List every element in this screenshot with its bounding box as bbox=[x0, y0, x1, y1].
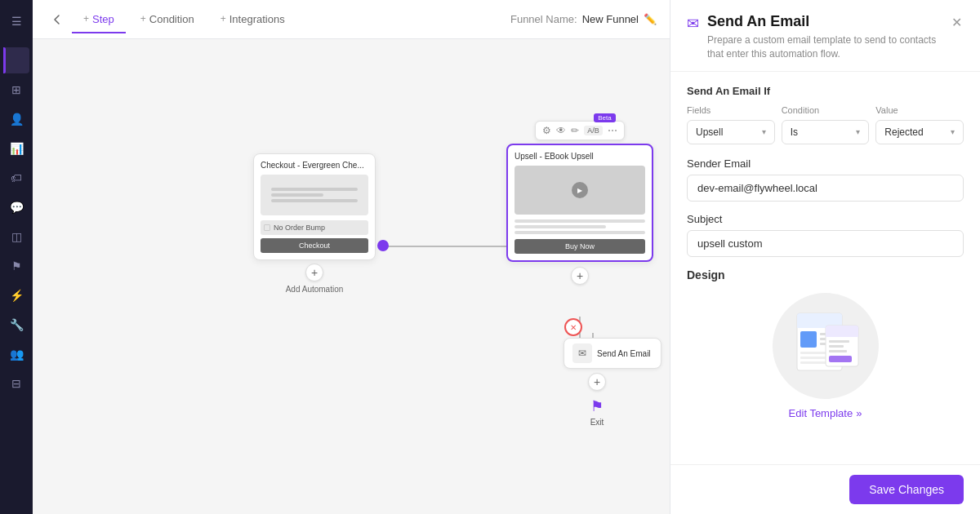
email-action-label: Send An Email bbox=[597, 349, 651, 358]
sidebar: ☰ ⊞ 👤 📊 🏷 💬 ◫ ⚑ ⚡ 🔧 👥 ⊟ bbox=[0, 0, 33, 514]
condition-chevron: ▾ bbox=[856, 127, 860, 136]
line1 bbox=[271, 188, 358, 191]
fields-chevron: ▾ bbox=[762, 127, 766, 136]
checkout-image bbox=[261, 175, 368, 215]
play-button[interactable]: ▶ bbox=[572, 182, 588, 198]
design-group: Design bbox=[687, 268, 964, 419]
template-preview: Edit Template » bbox=[687, 293, 964, 419]
upsell-add-btn[interactable]: + bbox=[571, 267, 589, 285]
fields-label: Fields bbox=[687, 105, 775, 115]
sender-email-group: Sender Email bbox=[687, 157, 964, 202]
checkout-title: Checkout - Evergreen Che... bbox=[261, 161, 368, 170]
email-add-btn[interactable]: + bbox=[588, 373, 606, 391]
email-icon-box: ✉ bbox=[572, 343, 592, 363]
value-col: Value Rejected ▾ bbox=[875, 105, 964, 144]
no-order-bump: No Order Bump bbox=[261, 220, 368, 235]
funnel-name-area: Funnel Name: New Funnel ✏️ bbox=[510, 13, 657, 25]
sidebar-users-icon[interactable]: 👥 bbox=[3, 341, 29, 367]
canvas-area: Checkout - Evergreen Che... No Order Bum… bbox=[33, 39, 670, 514]
edit-template-arrow: » bbox=[856, 407, 862, 419]
condition-grid: Fields Upsell ▾ Condition Is ▾ Value Rej… bbox=[687, 105, 964, 144]
svg-rect-8 bbox=[800, 357, 829, 359]
svg-rect-13 bbox=[829, 340, 849, 343]
sidebar-flag-icon[interactable]: ⚑ bbox=[3, 253, 29, 279]
more-icon[interactable]: ⋯ bbox=[608, 125, 617, 136]
tab-condition[interactable]: + Condition bbox=[129, 7, 206, 33]
send-if-title: Send An Email If bbox=[687, 85, 964, 97]
svg-rect-16 bbox=[829, 356, 852, 362]
design-label: Design bbox=[687, 268, 964, 281]
back-button[interactable] bbox=[46, 8, 69, 31]
top-nav: + Step + Condition + Integrations Funnel… bbox=[33, 0, 670, 39]
sidebar-hamburger[interactable]: ☰ bbox=[3, 8, 29, 34]
exit-area: + ⚑ Exit bbox=[588, 370, 606, 427]
panel-header: ✉ Send An Email Prepare a custom email t… bbox=[670, 0, 980, 72]
sidebar-chart-icon[interactable]: 📊 bbox=[3, 135, 29, 162]
value-select[interactable]: Rejected ▾ bbox=[875, 120, 964, 144]
sidebar-tag-icon[interactable]: 🏷 bbox=[3, 165, 29, 191]
condition-select[interactable]: Is ▾ bbox=[782, 120, 870, 144]
exit-label: Exit bbox=[590, 418, 604, 427]
connector-dot-left bbox=[377, 240, 389, 251]
main-content: + Step + Condition + Integrations Funnel… bbox=[33, 0, 670, 514]
exit-flag-icon: ⚑ bbox=[590, 397, 604, 415]
upsell-video: ▶ bbox=[514, 166, 645, 215]
tab-integrations[interactable]: + Integrations bbox=[209, 7, 296, 33]
uline3 bbox=[514, 231, 645, 234]
value-chevron: ▾ bbox=[951, 127, 955, 136]
funnel-label: Funnel Name: bbox=[510, 13, 577, 25]
upsell-controls: Beta ⚙ 👁 ✏ A/B ⋯ bbox=[535, 121, 625, 140]
panel-title-text-area: Send An Email Prepare a custom email tem… bbox=[707, 13, 950, 61]
line2 bbox=[271, 193, 323, 197]
funnel-name-edit-icon[interactable]: ✏️ bbox=[644, 13, 657, 25]
sidebar-active-indicator bbox=[3, 47, 29, 73]
sender-email-input[interactable] bbox=[687, 175, 964, 202]
checkout-card[interactable]: Checkout - Evergreen Che... No Order Bum… bbox=[253, 153, 376, 260]
add-automation-btn[interactable]: + bbox=[305, 264, 323, 281]
panel-email-icon: ✉ bbox=[687, 15, 699, 33]
exit-node: ⚑ Exit bbox=[590, 397, 604, 427]
settings-icon[interactable]: ⚙ bbox=[542, 125, 551, 136]
checkbox bbox=[264, 224, 270, 231]
edit-icon[interactable]: ✏ bbox=[571, 125, 579, 136]
tab-step[interactable]: + Step bbox=[72, 7, 126, 33]
tab-condition-plus: + bbox=[140, 13, 146, 24]
template-svg bbox=[789, 309, 862, 383]
upsell-node: Beta ⚙ 👁 ✏ A/B ⋯ Upsell - EBook Upsell ▶… bbox=[506, 121, 653, 288]
sidebar-grid2-icon[interactable]: ⊟ bbox=[3, 370, 29, 397]
subject-label: Subject bbox=[687, 213, 964, 225]
preview-icon[interactable]: 👁 bbox=[556, 125, 566, 136]
sidebar-person-icon[interactable]: 👤 bbox=[3, 106, 29, 132]
ab-badge[interactable]: A/B bbox=[584, 126, 603, 135]
condition-label: Condition bbox=[782, 105, 870, 115]
uline1 bbox=[514, 219, 645, 223]
panel-body: Send An Email If Fields Upsell ▾ Conditi… bbox=[670, 72, 980, 464]
email-action-card[interactable]: ✉ Send An Email bbox=[564, 338, 662, 369]
sidebar-grid-icon[interactable]: ⊞ bbox=[3, 77, 29, 103]
close-button[interactable]: ✕ bbox=[950, 13, 964, 32]
add-automation-label[interactable]: Add Automation bbox=[286, 285, 344, 294]
fields-select[interactable]: Upsell ▾ bbox=[687, 120, 775, 144]
fields-col: Fields Upsell ▾ bbox=[687, 105, 775, 144]
tab-integrations-plus: + bbox=[220, 13, 226, 24]
upsell-lines bbox=[514, 219, 645, 234]
subject-group: Subject bbox=[687, 213, 964, 257]
svg-rect-12 bbox=[826, 333, 858, 337]
sidebar-wrench-icon[interactable]: 🔧 bbox=[3, 312, 29, 338]
checkout-node: Checkout - Evergreen Che... No Order Bum… bbox=[253, 153, 376, 294]
subject-input[interactable] bbox=[687, 230, 964, 257]
sidebar-layers-icon[interactable]: ◫ bbox=[3, 224, 29, 250]
condition-col: Condition Is ▾ bbox=[782, 105, 870, 144]
sidebar-message-icon[interactable]: 💬 bbox=[3, 194, 29, 220]
upsell-title: Upsell - EBook Upsell bbox=[514, 152, 645, 161]
edit-template-link[interactable]: Edit Template » bbox=[789, 407, 862, 419]
email-node-area: ✏ ✉ Send An Email bbox=[564, 333, 662, 369]
save-changes-button[interactable]: Save Changes bbox=[849, 475, 964, 504]
panel-footer: Save Changes bbox=[670, 464, 980, 514]
upsell-card[interactable]: Upsell - EBook Upsell ▶ Buy Now bbox=[506, 144, 653, 262]
checkout-btn[interactable]: Checkout bbox=[261, 238, 368, 253]
line3 bbox=[271, 199, 358, 202]
sidebar-plug-icon[interactable]: ⚡ bbox=[3, 282, 29, 308]
buy-now-btn[interactable]: Buy Now bbox=[514, 239, 645, 254]
panel-description: Prepare a custom email template to send … bbox=[707, 33, 950, 61]
